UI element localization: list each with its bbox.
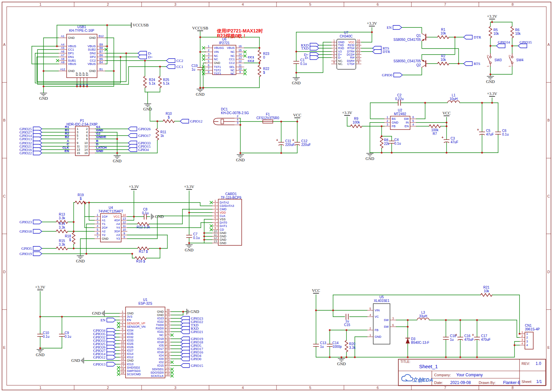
junction [159, 247, 161, 249]
svg-text:3: 3 [174, 386, 176, 390]
svg-text:33: 33 [166, 328, 170, 332]
svg-text:D-: D- [305, 56, 309, 60]
svg-text:34: 34 [166, 325, 170, 328]
schematic-canvas[interactable]: 1122334455667788AABBCCDDEEUSB1KH-TYPE-C-… [0, 0, 553, 392]
svg-text:GPIO34: GPIO34 [498, 40, 510, 44]
flag-GPIO4[interactable]: GPIO4 [128, 148, 149, 152]
flag-GPIO0[interactable]: GPIO0 [382, 73, 402, 77]
svg-text:Y4: Y4 [116, 226, 120, 229]
svg-text:IO0: IO0 [159, 357, 164, 361]
svg-text:Q2: Q2 [416, 63, 421, 67]
svg-text:21: 21 [166, 369, 170, 373]
flag-DTR[interactable]: DTR [373, 50, 390, 54]
svg-text:C4: C4 [394, 138, 399, 142]
flag-DTR[interactable]: DTR [464, 35, 481, 40]
junction [391, 152, 392, 153]
svg-text:1u: 1u [345, 319, 349, 323]
flag-GPIO12[interactable]: GPIO12 [93, 355, 115, 360]
svg-text:GND: GND [89, 36, 96, 40]
flag-GPIO26[interactable]: GPIO26 [128, 127, 151, 131]
svg-text:1: 1 [97, 213, 98, 217]
svg-text:GND: GND [366, 156, 374, 161]
svg-text:C6: C6 [502, 129, 506, 133]
flag-RTS[interactable]: RTS [464, 62, 480, 66]
svg-text:3961S-4P: 3961S-4P [525, 327, 540, 331]
svg-text:+3.3V: +3.3V [367, 21, 377, 26]
junction [445, 319, 447, 321]
svg-text:Sheet:: Sheet: [522, 380, 532, 384]
flag-TXD[interactable]: TXD [301, 46, 319, 51]
svg-text:VC: VC [375, 315, 379, 318]
svg-text:14: 14 [238, 53, 242, 56]
flag-CC1[interactable]: CC1 [166, 65, 183, 69]
svg-text:31: 31 [166, 335, 170, 339]
power-VCC: VCC [293, 113, 302, 118]
svg-text:C11: C11 [285, 139, 291, 143]
flag-GPIO18[interactable]: GPIO18 [19, 229, 42, 234]
svg-text:1u: 1u [450, 338, 454, 341]
svg-text:14: 14 [357, 45, 360, 48]
flag-GPIO17[interactable]: GPIO17 [128, 134, 151, 138]
junction [73, 221, 74, 223]
flag-GPIO13[interactable]: GPIO13 [19, 137, 42, 141]
junction [329, 329, 330, 331]
flag-GPIO0[interactable]: GPIO0 [181, 357, 202, 361]
svg-text:GND: GND [113, 159, 122, 163]
svg-text:GND: GND [127, 312, 134, 315]
flag-D+[interactable]: D+ [138, 55, 153, 59]
svg-text:3: 3 [522, 338, 523, 341]
flag-D-[interactable]: D- [305, 56, 319, 60]
svg-text:DTR: DTR [383, 50, 390, 54]
svg-text:C10: C10 [43, 331, 49, 335]
junction [43, 85, 44, 87]
flag-GPIO21[interactable]: GPIO21 [181, 330, 203, 334]
svg-text:GPIO4: GPIO4 [138, 148, 149, 152]
svg-text:U4: U4 [109, 206, 113, 210]
flag-GPIO13[interactable]: GPIO13 [93, 362, 115, 367]
svg-text:C8: C8 [143, 208, 148, 211]
svg-text:Your Company: Your Company [456, 373, 483, 377]
svg-text:24: 24 [166, 359, 170, 362]
junction [407, 356, 408, 358]
svg-text:8: 8 [511, 2, 514, 6]
svg-text:GND: GND [36, 352, 45, 357]
flag-GPIO19[interactable]: GPIO19 [19, 252, 42, 256]
junction [182, 311, 184, 312]
svg-text:GND: GND [392, 121, 399, 124]
svg-text:GND: GND [486, 79, 495, 84]
svg-text:2: 2 [208, 49, 210, 52]
flag-EN[interactable]: EN [100, 318, 115, 322]
flag-GPIO12[interactable]: GPIO12 [180, 119, 203, 124]
flag-GPIO15[interactable]: GPIO15 [181, 364, 203, 368]
svg-text:GPIO21: GPIO21 [191, 330, 203, 334]
flag-CC2[interactable]: CC2 [166, 59, 183, 63]
svg-text:CC2: CC2 [229, 61, 235, 65]
svg-text:4: 4 [237, 118, 238, 121]
svg-text:U5: U5 [380, 295, 384, 299]
svg-text:C3: C3 [451, 137, 455, 140]
flag-GPIO22[interactable]: GPIO22 [19, 151, 42, 155]
svg-text:SENSOR_VP: SENSOR_VP [127, 322, 145, 325]
flag-GPIO5[interactable]: GPIO5 [21, 246, 42, 251]
svg-text:17: 17 [121, 364, 124, 368]
svg-text:6: 6 [215, 216, 216, 219]
svg-text:1: 1 [526, 332, 528, 335]
junction [159, 66, 161, 67]
svg-text:VBUSG: VBUSG [214, 46, 224, 50]
svg-text:GND: GND [157, 313, 164, 317]
svg-text:5: 5 [97, 228, 98, 231]
svg-text:1: 1 [370, 333, 371, 337]
junction [446, 152, 447, 153]
flag-EN[interactable]: EN [387, 25, 402, 30]
schematic-sheet: 1122334455667788AABBCCDDEEUSB1KH-TYPE-C-… [0, 0, 553, 392]
svg-text:1000p: 1000p [332, 345, 342, 348]
flag-GPIO23[interactable]: GPIO23 [19, 220, 42, 224]
svg-text:1: 1 [77, 127, 78, 131]
svg-text:IO25: IO25 [127, 342, 134, 345]
svg-text:GPIO15: GPIO15 [191, 364, 203, 368]
svg-text:VCC: VCC [312, 288, 320, 293]
svg-text:22k: 22k [384, 142, 390, 146]
junction [489, 73, 491, 75]
svg-text:23: 23 [166, 362, 170, 366]
svg-text:10: 10 [214, 230, 217, 233]
